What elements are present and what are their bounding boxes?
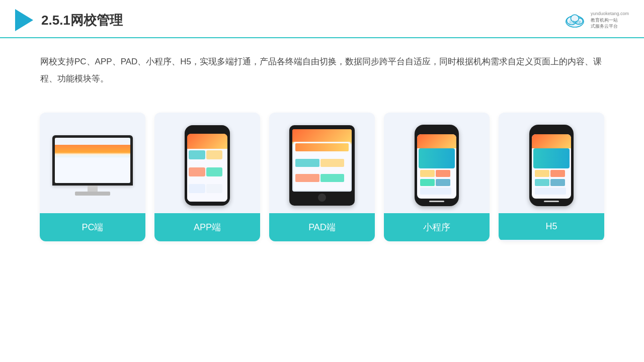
card-pc: PC端 — [40, 113, 145, 241]
pc-mockup — [52, 135, 133, 196]
tile — [420, 170, 435, 177]
tile — [189, 184, 205, 193]
tile — [295, 159, 319, 167]
logo-domain: yunduoketang.com — [591, 11, 629, 17]
tablet-content — [294, 142, 350, 190]
tile — [206, 167, 223, 176]
tile — [189, 150, 205, 159]
tile — [535, 188, 566, 195]
cloud-icon: 云朵课堂 — [564, 11, 588, 29]
card-h5-label: H5 — [499, 213, 604, 240]
mini-phone-content-mp — [419, 168, 455, 197]
play-icon — [15, 9, 33, 31]
tile — [206, 150, 223, 159]
card-miniprogram-label: 小程序 — [384, 213, 490, 241]
card-h5: H5 — [499, 113, 604, 241]
phone-notch-app — [200, 129, 215, 132]
svg-text:云朵课堂: 云朵课堂 — [569, 21, 581, 24]
card-app: APP端 — [154, 113, 260, 241]
tile — [206, 184, 223, 193]
tablet-screen — [292, 129, 352, 192]
logo: 云朵课堂 yunduoketang.com 教育机构一站 式服务云平台 — [564, 11, 629, 30]
card-pad: PAD端 — [269, 113, 375, 241]
card-h5-image — [499, 113, 604, 213]
tile — [295, 143, 349, 151]
tile — [420, 179, 435, 186]
tile — [320, 174, 345, 182]
card-miniprogram-image — [384, 113, 490, 213]
mini-phone-mockup-h5 — [529, 125, 574, 206]
page-title: 2.5.1网校管理 — [41, 12, 123, 29]
tile — [436, 179, 450, 186]
description-text: 网校支持PC、APP、PAD、小程序、H5，实现多端打通，产品各终端自由切换，数… — [40, 57, 602, 83]
card-pad-label: PAD端 — [269, 213, 375, 241]
tile — [189, 167, 205, 176]
header: 2.5.1网校管理 云朵课堂 yunduoketang.com 教育机构一站 式… — [0, 0, 644, 38]
description: 网校支持PC、APP、PAD、小程序、H5，实现多端打通，产品各终端自由切换，数… — [0, 38, 644, 98]
tile — [295, 174, 319, 182]
pc-screen-inner — [55, 138, 130, 183]
card-app-image — [154, 113, 260, 213]
logo-tagline1: 教育机构一站 — [591, 17, 618, 24]
card-pc-image — [40, 113, 145, 213]
phone-mockup-app — [185, 125, 230, 206]
pc-neck — [88, 186, 98, 192]
cards-container: PC端 APP端 — [0, 103, 644, 251]
header-left: 2.5.1网校管理 — [15, 9, 123, 31]
logo-text: yunduoketang.com 教育机构一站 式服务云平台 — [591, 11, 629, 30]
tile — [550, 179, 565, 186]
divider-bar-h5 — [544, 201, 559, 202]
tile — [420, 188, 451, 195]
tile — [436, 170, 450, 177]
mini-phone-screen-mp — [417, 134, 456, 199]
pc-screen-outer — [52, 135, 133, 186]
tablet-mockup — [289, 125, 355, 206]
mini-phone-notch-h5 — [544, 130, 558, 132]
tile — [535, 179, 549, 186]
mini-phone-notch-mp — [430, 130, 444, 132]
mini-phone-mockup-mp — [415, 125, 459, 206]
tile — [320, 159, 345, 167]
pc-base — [75, 192, 110, 196]
phone-screen-app — [187, 134, 227, 202]
divider-bar-mp — [429, 201, 444, 202]
tablet-home — [318, 194, 326, 202]
tile — [550, 170, 565, 177]
card-pc-label: PC端 — [40, 213, 145, 241]
phone-screen-content-app — [187, 149, 227, 202]
card-pad-image — [269, 113, 375, 213]
tile — [535, 170, 549, 177]
card-miniprogram: 小程序 — [384, 113, 490, 241]
logo-tagline2: 式服务云平台 — [591, 23, 618, 30]
card-app-label: APP端 — [154, 213, 260, 241]
mini-phone-content-h5 — [533, 168, 570, 197]
mini-phone-screen-h5 — [532, 134, 571, 199]
